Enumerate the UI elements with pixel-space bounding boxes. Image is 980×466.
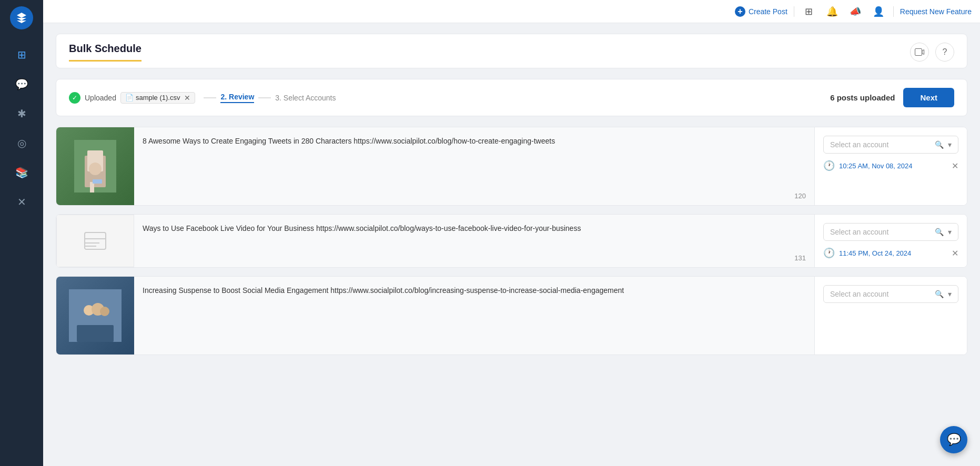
chat-icon: 💬	[947, 433, 961, 447]
post-text-1: 8 Awesome Ways to Create Engaging Tweets…	[143, 136, 806, 147]
account-select-placeholder-2: Select an account	[830, 228, 888, 236]
bulk-schedule-header: Bulk Schedule ?	[56, 34, 967, 62]
video-tutorial-icon[interactable]	[910, 43, 929, 62]
no-image-icon-2	[83, 228, 108, 254]
step-review[interactable]: 2. Review	[220, 93, 254, 103]
chevron-down-icon-2: ▾	[948, 228, 952, 236]
create-post-button[interactable]: + Create Post	[735, 6, 787, 17]
file-icon: 📄	[125, 94, 134, 102]
bulk-schedule-title: Bulk Schedule	[69, 43, 142, 62]
sidebar: ⊞ 💬 ✱ ◎ 📚 ✕	[0, 0, 43, 466]
account-select-3[interactable]: Select an account 🔍 ▾	[823, 285, 958, 303]
sidebar-item-library[interactable]: 📚	[9, 160, 34, 185]
bulk-header-icons: ?	[910, 43, 954, 62]
post-char-count-2: 131	[794, 254, 806, 262]
file-chip: 📄 sample (1).csv ✕	[120, 92, 196, 104]
post-content-2: Ways to Use Facebook Live Video for Your…	[134, 215, 814, 267]
help-icon[interactable]: ?	[935, 43, 954, 62]
request-feature-link[interactable]: Request New Feature	[900, 7, 972, 16]
dashboard-icon: ⊞	[17, 48, 26, 61]
sidebar-item-posts[interactable]: 💬	[9, 72, 34, 97]
step-uploaded-label: Uploaded	[85, 94, 116, 102]
bulk-schedule-card: Bulk Schedule ?	[56, 34, 967, 68]
account-select-placeholder-3: Select an account	[830, 290, 888, 298]
svg-point-15	[100, 307, 109, 316]
question-mark-icon: ?	[943, 47, 947, 57]
sidebar-item-analytics[interactable]: ✱	[9, 101, 34, 126]
svg-rect-16	[77, 325, 114, 342]
content: Bulk Schedule ? ✓	[43, 23, 980, 466]
post-row: Increasing Suspense to Boost Social Medi…	[56, 276, 967, 355]
datetime-value-1[interactable]: 10:25 AM, Nov 08, 2024	[839, 162, 912, 170]
post-row: Ways to Use Facebook Live Video for Your…	[56, 214, 967, 268]
svg-rect-6	[93, 179, 102, 184]
megaphone-icon[interactable]: 📣	[847, 3, 864, 20]
sidebar-logo[interactable]	[10, 6, 33, 29]
topbar-divider	[794, 6, 794, 17]
step-divider-2	[258, 97, 271, 98]
datetime-row-1: 🕐 10:25 AM, Nov 08, 2024 ✕	[823, 160, 958, 171]
create-post-label: Create Post	[749, 7, 787, 16]
settings-icon: ✕	[17, 196, 26, 208]
calendar-clock-icon-1: 🕐	[823, 160, 835, 171]
svg-point-4	[89, 163, 102, 175]
topbar: + Create Post ⊞ 🔔 📣 👤 Request New Featur…	[43, 0, 980, 23]
steps-bar: ✓ Uploaded 📄 sample (1).csv ✕ 2. Review …	[56, 79, 967, 116]
plus-circle-icon: +	[735, 6, 745, 17]
post-right-1: Select an account 🔍 ▾ 🕐 10:25 AM, Nov 08…	[814, 127, 967, 205]
main: + Create Post ⊞ 🔔 📣 👤 Request New Featur…	[43, 0, 980, 466]
post-image-placeholder-2	[56, 215, 134, 267]
next-button[interactable]: Next	[903, 88, 954, 107]
post-char-count-1: 120	[794, 192, 806, 200]
account-select-icons-1: 🔍 ▾	[935, 140, 952, 149]
account-select-icons-3: 🔍 ▾	[935, 290, 952, 298]
post-right-2: Select an account 🔍 ▾ 🕐 11:45 PM, Oct 24…	[814, 215, 967, 267]
notification-bell-icon[interactable]: 🔔	[824, 3, 841, 20]
topbar-divider-2	[893, 6, 894, 17]
chat-bubble-button[interactable]: 💬	[940, 426, 967, 453]
user-icon[interactable]: 👤	[870, 3, 887, 20]
sidebar-item-settings[interactable]: ✕	[9, 189, 34, 215]
account-select-icons-2: 🔍 ▾	[935, 228, 952, 236]
post-right-3: Select an account 🔍 ▾	[814, 277, 967, 354]
chevron-down-icon: ▾	[948, 140, 952, 149]
account-select-placeholder-1: Select an account	[830, 140, 888, 149]
chevron-down-icon-3: ▾	[948, 290, 952, 298]
search-icon: 🔍	[935, 140, 944, 149]
remove-file-button[interactable]: ✕	[184, 94, 190, 102]
datetime-value-2[interactable]: 11:45 PM, Oct 24, 2024	[839, 249, 911, 257]
file-name: sample (1).csv	[136, 94, 180, 102]
datetime-clear-2[interactable]: ✕	[952, 248, 958, 258]
datetime-clear-1[interactable]: ✕	[952, 161, 958, 171]
targeting-icon: ◎	[17, 137, 26, 149]
grid-icon[interactable]: ⊞	[801, 3, 817, 20]
post-image-1	[56, 127, 134, 205]
sidebar-item-dashboard[interactable]: ⊞	[9, 42, 34, 67]
sidebar-item-targeting[interactable]: ◎	[9, 130, 34, 156]
account-select-2[interactable]: Select an account 🔍 ▾	[823, 223, 958, 241]
datetime-row-2: 🕐 11:45 PM, Oct 24, 2024 ✕	[823, 247, 958, 259]
post-content-3: Increasing Suspense to Boost Social Medi…	[134, 277, 814, 354]
calendar-clock-icon-2: 🕐	[823, 247, 835, 259]
search-icon-3: 🔍	[935, 290, 944, 298]
step-review-label: 2. Review	[220, 93, 254, 103]
step-uploaded: ✓ Uploaded	[69, 92, 116, 104]
steps-right: 6 posts uploaded Next	[830, 88, 954, 107]
analytics-icon: ✱	[17, 107, 26, 120]
svg-rect-7	[85, 232, 106, 249]
posts-uploaded-label: posts uploaded	[837, 93, 895, 102]
post-image-3	[56, 277, 134, 354]
step-select-accounts[interactable]: 3. Select Accounts	[275, 94, 336, 102]
step-select-accounts-label: 3. Select Accounts	[275, 94, 336, 102]
step-divider-1	[204, 97, 216, 98]
step-check-icon: ✓	[69, 92, 80, 104]
post-text-2: Ways to Use Facebook Live Video for Your…	[143, 223, 806, 234]
posts-count-number: 6	[830, 93, 834, 102]
post-text-3: Increasing Suspense to Boost Social Medi…	[143, 285, 806, 296]
posts-icon: 💬	[15, 78, 28, 90]
library-icon: 📚	[15, 166, 28, 179]
post-row: 8 Awesome Ways to Create Engaging Tweets…	[56, 127, 967, 206]
account-select-1[interactable]: Select an account 🔍 ▾	[823, 136, 958, 154]
posts-count-text: 6 posts uploaded	[830, 93, 895, 102]
post-content-1: 8 Awesome Ways to Create Engaging Tweets…	[134, 127, 814, 205]
